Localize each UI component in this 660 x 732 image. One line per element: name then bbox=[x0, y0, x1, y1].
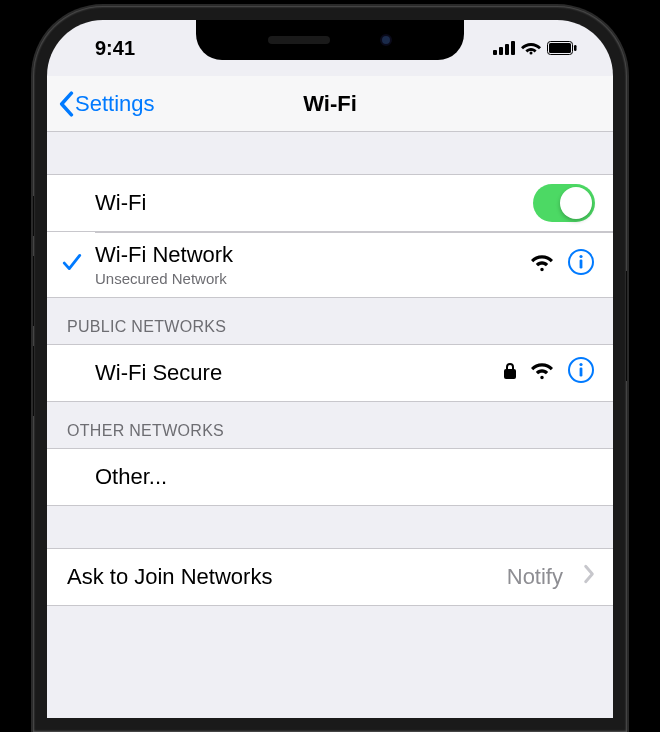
network-name: Wi-Fi Network bbox=[95, 242, 531, 268]
lock-icon bbox=[503, 360, 517, 386]
back-label: Settings bbox=[75, 91, 155, 117]
network-subtitle: Unsecured Network bbox=[95, 270, 531, 287]
svg-rect-6 bbox=[574, 45, 577, 51]
wifi-toggle-label: Wi-Fi bbox=[95, 190, 533, 216]
info-icon[interactable] bbox=[567, 356, 595, 390]
svg-rect-1 bbox=[499, 47, 503, 55]
battery-icon bbox=[547, 41, 577, 55]
other-networks-header: OTHER NETWORKS bbox=[47, 402, 613, 448]
svg-point-8 bbox=[579, 254, 582, 257]
phone-frame: 9:41 Settings Wi-Fi bbox=[33, 6, 627, 732]
status-time: 9:41 bbox=[81, 37, 135, 60]
wifi-signal-icon bbox=[531, 252, 553, 278]
connected-network-row[interactable]: Wi-Fi Network Unsecured Network bbox=[47, 232, 613, 298]
public-network-row[interactable]: Wi-Fi Secure bbox=[47, 344, 613, 402]
wifi-toggle[interactable] bbox=[533, 184, 595, 222]
nav-bar: Settings Wi-Fi bbox=[47, 76, 613, 132]
wifi-status-icon bbox=[521, 41, 541, 55]
svg-rect-5 bbox=[549, 43, 571, 53]
screen: 9:41 Settings Wi-Fi bbox=[47, 20, 613, 718]
wifi-toggle-row: Wi-Fi bbox=[47, 174, 613, 232]
ask-to-join-row[interactable]: Ask to Join Networks Notify bbox=[47, 548, 613, 606]
back-button[interactable]: Settings bbox=[57, 91, 155, 117]
notch bbox=[196, 20, 464, 60]
ask-label: Ask to Join Networks bbox=[67, 564, 507, 590]
ask-value: Notify bbox=[507, 564, 563, 590]
checkmark-icon bbox=[61, 251, 83, 279]
svg-rect-0 bbox=[493, 50, 497, 55]
chevron-right-icon bbox=[583, 564, 595, 590]
svg-point-12 bbox=[579, 363, 582, 366]
svg-rect-13 bbox=[580, 368, 583, 377]
svg-rect-2 bbox=[505, 44, 509, 55]
wifi-signal-icon bbox=[531, 360, 553, 386]
svg-rect-10 bbox=[504, 369, 516, 379]
info-icon[interactable] bbox=[567, 248, 595, 282]
other-row[interactable]: Other... bbox=[47, 448, 613, 506]
svg-rect-9 bbox=[580, 259, 583, 268]
public-networks-header: PUBLIC NETWORKS bbox=[47, 298, 613, 344]
svg-rect-3 bbox=[511, 41, 515, 55]
other-label: Other... bbox=[95, 464, 595, 490]
network-name: Wi-Fi Secure bbox=[95, 360, 503, 386]
cellular-icon bbox=[493, 41, 515, 55]
chevron-left-icon bbox=[57, 91, 75, 117]
